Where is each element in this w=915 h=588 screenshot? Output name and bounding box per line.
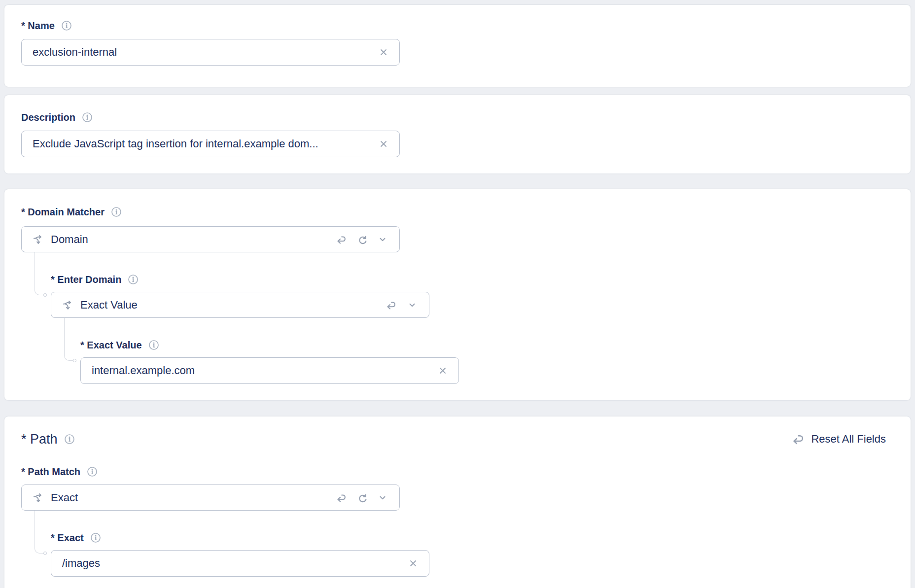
domain-matcher-select[interactable]: Domain [21, 226, 400, 252]
path-title: * Path [21, 432, 58, 447]
exact-label-row: * Exact [51, 511, 886, 543]
exact-label: * Exact [51, 533, 84, 543]
name-label-row: * Name [21, 20, 886, 32]
tree-connector-dot [73, 359, 76, 362]
clear-icon[interactable] [408, 558, 418, 568]
enter-domain-select-value: Exact Value [80, 299, 377, 311]
info-icon[interactable] [148, 340, 159, 350]
clear-icon[interactable] [379, 47, 388, 57]
description-input-value: Exclude JavaScript tag insertion for int… [33, 138, 325, 150]
info-icon[interactable] [61, 20, 72, 31]
clear-icon[interactable] [379, 139, 388, 149]
info-icon[interactable] [64, 434, 75, 445]
domain-matcher-card: * Domain Matcher Domain * Enter Domain E… [4, 189, 911, 400]
domain-matcher-children: * Enter Domain Exact Value * Exact Value [21, 252, 886, 384]
undo-icon[interactable] [336, 493, 347, 503]
name-label: * Name [21, 21, 55, 31]
domain-matcher-label: * Domain Matcher [21, 207, 105, 217]
chevron-down-icon[interactable] [407, 300, 417, 310]
path-match-label: * Path Match [21, 467, 80, 477]
refresh-icon[interactable] [357, 235, 367, 244]
info-icon[interactable] [90, 532, 101, 543]
description-label-row: Description [21, 111, 886, 123]
tree-connector-line [35, 511, 43, 553]
exact-value-label-row: * Exact Value [80, 318, 886, 350]
path-header: * Path Reset All Fields [21, 431, 886, 447]
exact-value-input-value: internal.example.com [92, 364, 202, 377]
chevron-down-icon[interactable] [378, 493, 387, 503]
enter-domain-label-row: * Enter Domain [51, 252, 886, 285]
branch-icon [33, 235, 42, 244]
undo-icon [791, 433, 805, 445]
description-label: Description [21, 112, 75, 122]
path-match-select[interactable]: Exact [21, 484, 400, 511]
tree-connector-line [35, 252, 43, 295]
info-icon[interactable] [128, 274, 139, 285]
description-input[interactable]: Exclude JavaScript tag insertion for int… [21, 131, 400, 157]
domain-matcher-label-row: * Domain Matcher [21, 206, 886, 218]
exact-value-input[interactable]: internal.example.com [80, 357, 459, 384]
chevron-down-icon[interactable] [378, 235, 387, 244]
reset-all-fields-button[interactable]: Reset All Fields [791, 433, 886, 446]
path-match-select-value: Exact [51, 491, 327, 504]
path-title-row: * Path [21, 432, 75, 447]
clear-icon[interactable] [438, 366, 448, 376]
undo-icon[interactable] [336, 235, 347, 244]
path-card: * Path Reset All Fields * Path Match Exa… [4, 416, 911, 588]
reset-all-fields-label: Reset All Fields [811, 433, 886, 446]
undo-icon[interactable] [386, 300, 397, 310]
exact-input[interactable]: /images [51, 550, 429, 577]
exact-value-label: * Exact Value [80, 340, 142, 350]
domain-matcher-select-value: Domain [51, 233, 327, 246]
branch-icon [62, 300, 72, 310]
path-match-children: * Exact /images [21, 511, 886, 577]
exact-input-value: /images [62, 557, 107, 570]
enter-domain-select[interactable]: Exact Value [51, 292, 429, 318]
tree-connector-dot [43, 293, 47, 297]
tree-connector-dot [43, 552, 47, 555]
name-card: * Name exclusion-internal [4, 5, 911, 87]
info-icon[interactable] [87, 466, 98, 477]
refresh-icon[interactable] [357, 493, 367, 503]
info-icon[interactable] [111, 207, 122, 217]
description-card: Description Exclude JavaScript tag inser… [4, 95, 911, 173]
branch-icon [33, 493, 42, 503]
name-input[interactable]: exclusion-internal [21, 39, 400, 66]
info-icon[interactable] [82, 112, 93, 123]
enter-domain-children: * Exact Value internal.example.com [51, 318, 886, 384]
enter-domain-label: * Enter Domain [51, 275, 121, 284]
tree-connector-line [64, 318, 73, 361]
name-input-value: exclusion-internal [33, 46, 124, 59]
path-match-label-row: * Path Match [21, 466, 886, 478]
